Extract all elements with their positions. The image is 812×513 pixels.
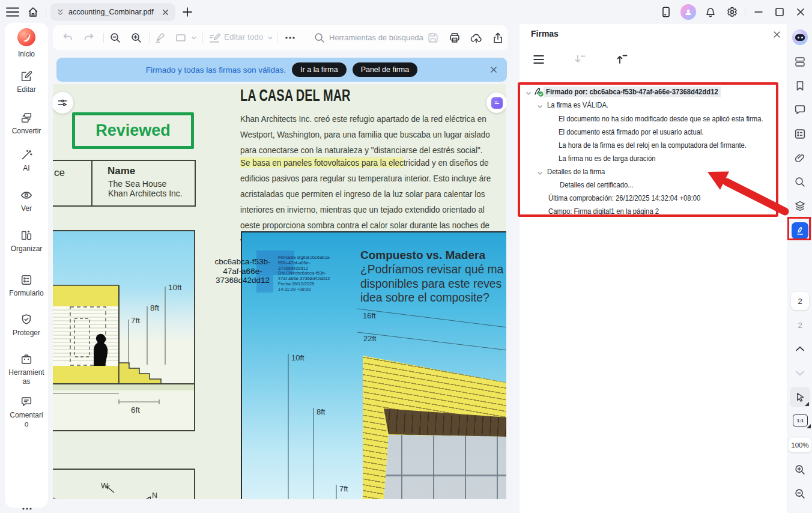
go-to-signature-button[interactable]: Ir a la firma	[292, 62, 347, 77]
menu-icon[interactable]	[6, 7, 19, 17]
view-settings-fab[interactable]	[53, 92, 73, 114]
tree-last-check[interactable]: Última comprobación: 26/12/2025 14:32:04…	[548, 193, 700, 202]
sidebar-item-comentario[interactable]: Comentario	[5, 395, 48, 429]
home-icon[interactable]	[26, 5, 40, 19]
signature-details-text[interactable]: Firmante digital:cbc6abca-f53b-47af-a66e…	[278, 255, 331, 293]
bookmarks-panel-icon[interactable]	[793, 79, 807, 93]
search-placeholder[interactable]: Herramientas de búsqueda	[329, 33, 423, 42]
mobile-device-icon[interactable]	[659, 5, 673, 19]
edit-all-label[interactable]: Editar todo	[224, 32, 263, 41]
more-tools-icon[interactable]	[283, 34, 297, 47]
search-panel-icon[interactable]	[793, 175, 807, 189]
zoom-out-icon[interactable]	[109, 31, 122, 44]
edit-all-chevron-icon[interactable]	[267, 34, 280, 47]
attachments-panel-icon[interactable]	[793, 151, 807, 165]
comments-panel-icon[interactable]	[793, 103, 807, 117]
tree-signed-current[interactable]: El documento está firmado por el usuario…	[559, 127, 704, 136]
dim-16ft: 16ft	[363, 311, 376, 320]
maximize-button[interactable]	[773, 5, 786, 19]
shape-chevron-icon[interactable]	[190, 34, 204, 47]
document-paragraph-1: Khan Architects Inc. creó este refugio a…	[240, 111, 506, 158]
convert-icon	[20, 111, 33, 124]
layers-panel-icon[interactable]	[793, 199, 807, 213]
edit-all-icon[interactable]	[208, 31, 221, 44]
fields-panel-icon[interactable]	[793, 127, 807, 141]
cloud-upload-icon[interactable]	[470, 31, 483, 44]
new-tab-icon[interactable]	[181, 6, 193, 18]
highlighter-icon[interactable]	[154, 31, 167, 44]
minimize-button[interactable]	[752, 5, 765, 19]
panel-menu-icon[interactable]	[532, 52, 546, 67]
collapse-all-icon[interactable]	[573, 52, 587, 67]
avatar[interactable]	[680, 4, 696, 20]
document-tab[interactable]: accounting_Combinar.pdf	[50, 3, 175, 21]
search-icon[interactable]	[313, 31, 326, 44]
sidebar-item-ver[interactable]: Ver	[5, 189, 48, 213]
notification-message: Firmado y todas las firmas son válidas.	[146, 65, 286, 74]
tree-chevron-2[interactable]	[536, 103, 544, 110]
notification-close-icon[interactable]	[489, 65, 498, 74]
tree-certificate[interactable]: Detalles del certificado...	[560, 180, 634, 189]
signatures-panel: Firmas Firmado por: cbc6abca-f53b-47af-a…	[520, 24, 787, 513]
tree-not-ltv[interactable]: La firma no es de larga duración	[559, 154, 656, 163]
zoom-in-icon[interactable]	[130, 31, 143, 44]
print-icon[interactable]	[448, 31, 461, 44]
rail-zoom-out-icon[interactable]	[793, 487, 807, 500]
undo-icon[interactable]	[61, 31, 74, 44]
dim-6ft: 6ft	[131, 405, 140, 414]
shape-rectangle-icon[interactable]	[174, 31, 187, 44]
tab-chevrons-icon	[56, 8, 64, 16]
signature-panel-button[interactable]: Panel de firma	[353, 62, 418, 77]
sidebar-item-proteger[interactable]: Proteger	[5, 313, 48, 338]
close-window-button[interactable]	[794, 5, 807, 19]
zoom-level-indicator[interactable]: 100%	[789, 438, 811, 452]
sidebar-item-inicio[interactable]: Inicio	[5, 28, 48, 59]
ai-card-icon	[491, 97, 503, 109]
expand-all-icon[interactable]	[615, 52, 629, 67]
tree-not-modified[interactable]: El documento no ha sido modificado desde…	[559, 114, 763, 123]
edit-icon	[20, 70, 33, 83]
sidebar-item-editar[interactable]: Editar	[5, 70, 48, 94]
sidebar-item-organizar[interactable]: Organizar	[5, 229, 48, 253]
dim-22ft: 22ft	[363, 334, 377, 343]
pdf-page: Reviewed LA CASA DEL MAR Khan Architects…	[53, 84, 506, 499]
tree-field[interactable]: Campo: Firma digital1 en la página 2	[548, 207, 659, 216]
sidebar-item-herramientas[interactable]: Herramientas	[5, 353, 48, 386]
share-icon[interactable]	[491, 31, 504, 44]
sidebar-item-convertir[interactable]: Convertir	[5, 111, 48, 136]
tree-valid[interactable]: La firma es VÁLIDA.	[547, 100, 608, 109]
save-icon[interactable]	[426, 31, 440, 44]
previous-page-icon[interactable]	[793, 342, 807, 356]
thumbnails-panel-icon[interactable]	[793, 55, 807, 68]
signature-name-text[interactable]: cbc6abca-f53b-47af-a66e-37368d42dd12	[214, 257, 271, 285]
ai-chatbot-icon[interactable]	[792, 29, 808, 45]
tree-chevron-3[interactable]	[536, 169, 544, 177]
titlebar-divider	[46, 8, 46, 17]
signature-notification-bar: Firmado y todas las firmas son válidas. …	[56, 58, 507, 82]
signature-icon-red-highlight	[787, 217, 811, 240]
tree-clock-time[interactable]: La hora de la firma es del reloj en la c…	[559, 141, 747, 150]
rail-zoom-in-icon[interactable]	[793, 463, 807, 476]
sidebar-item-ai[interactable]: AI	[5, 148, 48, 173]
next-page-icon[interactable]	[793, 366, 807, 380]
redo-icon[interactable]	[82, 31, 95, 44]
right-rail: 2 2 1:1 100%	[788, 24, 812, 513]
reviewed-stamp[interactable]: Reviewed	[72, 112, 194, 149]
ai-assistant-fab[interactable]	[486, 93, 506, 113]
settings-gear-icon[interactable]	[726, 5, 739, 19]
tree-details[interactable]: Detalles de la firma	[547, 167, 605, 176]
tree-signed-by[interactable]: Firmado por: cbc6abca-f53b-47af-a66e-373…	[546, 87, 721, 96]
panel-close-icon[interactable]	[772, 30, 782, 40]
current-page-indicator[interactable]: 2	[791, 292, 809, 310]
sidebar-item-formulario[interactable]: Formulario	[5, 273, 48, 298]
protect-shield-icon	[20, 313, 33, 326]
sidebar-more-icon[interactable]	[22, 503, 32, 513]
tree-chevron-1[interactable]	[525, 90, 532, 97]
organize-pages-icon	[20, 229, 33, 242]
sliders-icon	[56, 97, 68, 109]
pointer-tool-button[interactable]	[790, 387, 810, 407]
notifications-bell-icon[interactable]	[704, 5, 717, 19]
tab-close-icon[interactable]	[162, 8, 169, 16]
actual-size-button[interactable]: 1:1	[793, 414, 808, 426]
table-header-name: Name	[108, 165, 135, 177]
